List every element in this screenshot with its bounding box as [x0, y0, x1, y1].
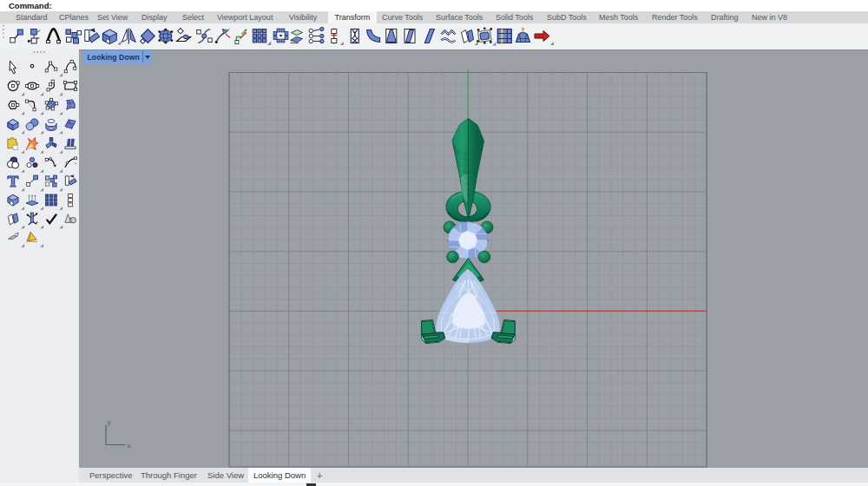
svg-text:y: y — [108, 418, 111, 426]
svg-text:x: x — [128, 442, 131, 450]
